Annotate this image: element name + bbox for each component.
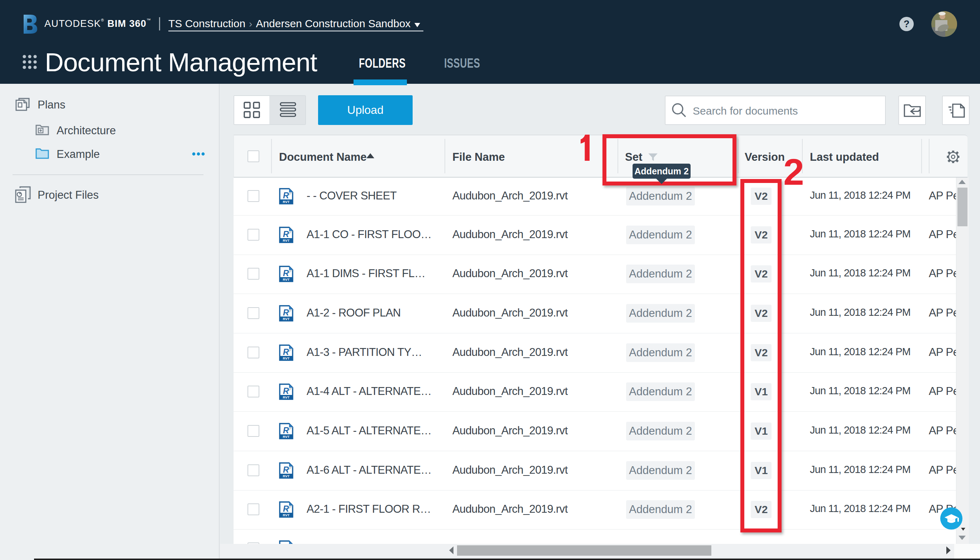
svg-text:R: R [283,230,289,239]
svg-text:R: R [283,347,289,357]
svg-text:RVT: RVT [283,356,290,360]
svg-text:RVT: RVT [283,435,290,438]
svg-text:R: R [283,191,289,200]
svg-text:R: R [283,268,289,278]
svg-text:RVT: RVT [283,474,290,478]
svg-text:R: R [283,465,289,475]
svg-text:R: R [283,426,289,435]
svg-text:RVT: RVT [283,277,290,282]
svg-text:R: R [283,386,289,396]
svg-text:R: R [283,308,289,317]
svg-text:R: R [283,504,289,513]
svg-text:RVT: RVT [283,317,290,321]
svg-text:RVT: RVT [283,200,290,204]
svg-text:RVT: RVT [283,395,290,399]
svg-text:RVT: RVT [283,513,290,517]
svg-text:RVT: RVT [283,238,290,242]
